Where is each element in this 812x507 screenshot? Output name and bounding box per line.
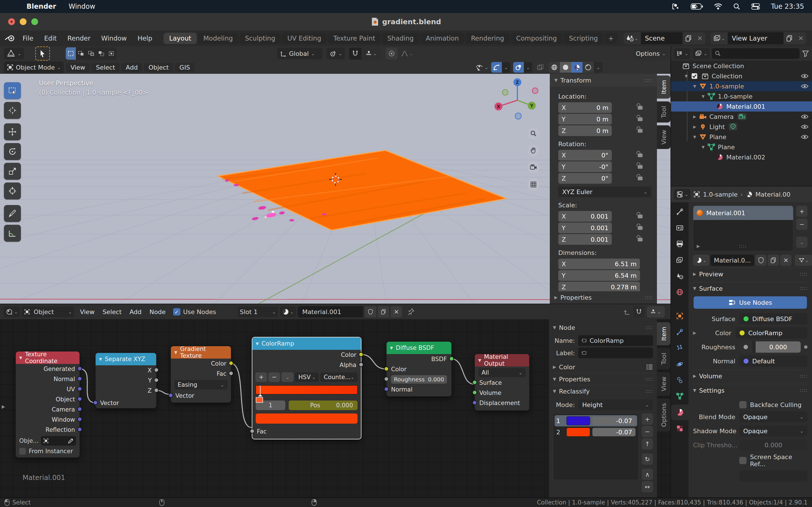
- use-nodes-button[interactable]: Use Nodes: [694, 296, 807, 309]
- input-surface[interactable]: Surface: [475, 378, 529, 388]
- disclosure-down-icon[interactable]: ▼: [691, 135, 699, 139]
- node-header[interactable]: ▼Diffuse BSDF: [387, 342, 451, 354]
- menubar-app-menu[interactable]: Blender: [27, 3, 56, 10]
- blend-mode-dropdown[interactable]: Opaque⌄: [739, 411, 808, 422]
- object-picker-field[interactable]: [41, 436, 76, 446]
- proportional-editing-button[interactable]: [386, 48, 398, 59]
- lock-icon[interactable]: [638, 177, 643, 180]
- camera-data-icon[interactable]: [738, 113, 747, 120]
- socket-window[interactable]: [77, 417, 82, 421]
- menubar-window-menu[interactable]: Window: [68, 3, 95, 10]
- ramp-stop-handle[interactable]: [260, 386, 260, 394]
- lock-icon[interactable]: [638, 238, 643, 241]
- input-volume[interactable]: Volume: [475, 388, 529, 398]
- refraction-field[interactable]: [739, 470, 808, 482]
- socket-color[interactable]: [229, 361, 234, 365]
- workspace-tab-uv-editing[interactable]: UV Editing: [282, 33, 327, 44]
- eye-icon[interactable]: [801, 83, 809, 89]
- output-normal[interactable]: Normal: [16, 374, 80, 384]
- viewport-menu-gis[interactable]: GIS: [175, 63, 195, 72]
- options-dropdown[interactable]: Options⌄: [633, 48, 668, 59]
- output-fac[interactable]: Fac: [171, 369, 231, 379]
- outliner-row-camera[interactable]: ▶Camera: [671, 112, 812, 122]
- disclosure-down-icon[interactable]: ▼: [699, 145, 707, 149]
- viewport-tab-item[interactable]: Item: [657, 75, 670, 99]
- clip-threshold-field[interactable]: 0.000: [739, 439, 808, 451]
- outliner-row-1-0-sample[interactable]: ▼1.0-sample: [671, 91, 812, 101]
- shader-tab-item[interactable]: Item: [657, 322, 670, 345]
- viewport-tab-tool[interactable]: Tool: [657, 101, 670, 122]
- properties-tab-texture[interactable]: [671, 420, 689, 436]
- viewport-tab-view[interactable]: View: [657, 125, 670, 149]
- ortho-toggle-button[interactable]: [527, 178, 540, 191]
- shader-tab-tool[interactable]: Tool: [657, 348, 670, 369]
- from-instancer-checkbox[interactable]: [19, 448, 26, 455]
- outliner-row-material-002[interactable]: Material.002: [671, 152, 812, 162]
- editor-type-button[interactable]: ⌄: [4, 48, 24, 59]
- input-color[interactable]: Color: [387, 364, 451, 374]
- properties-tab-material[interactable]: [671, 404, 689, 420]
- transform-orientation-dropdown[interactable]: Global⌄: [277, 48, 322, 59]
- color-input-field[interactable]: ColorRamp: [735, 327, 808, 339]
- output-bsdf[interactable]: BSDF: [387, 354, 451, 364]
- pin-icon[interactable]: [408, 308, 414, 316]
- socket-camera[interactable]: [77, 407, 82, 411]
- outliner-row-scene-collection[interactable]: Scene Collection: [671, 61, 812, 71]
- lock-icon[interactable]: [638, 226, 643, 230]
- node-color-ramp[interactable]: ▼ColorRamp ColorAlpha + − ⌄ HSV⌄ Counte.…: [252, 337, 361, 439]
- input-vector[interactable]: Vector: [96, 398, 156, 408]
- socket-fac[interactable]: [229, 371, 234, 376]
- shader-menu-view[interactable]: View: [76, 307, 98, 317]
- reclassify-move-button[interactable]: ↑: [642, 438, 653, 450]
- tool-move[interactable]: [4, 123, 21, 140]
- shading-solid-button[interactable]: [560, 62, 571, 73]
- socket-alpha[interactable]: [359, 362, 363, 367]
- color-expand-icon[interactable]: ▶: [693, 330, 700, 335]
- node-diffuse-bsdf[interactable]: ▼Diffuse BSDF BSDF Color Roughness0.000 …: [386, 341, 452, 397]
- mode-dropdown-height[interactable]: Height⌄: [578, 399, 653, 410]
- eye-icon[interactable]: [801, 134, 809, 140]
- reclassify-row-2[interactable]: 2-0.07: [555, 427, 637, 438]
- preview-panel-header[interactable]: ▶Preview∷∷: [693, 268, 808, 280]
- reclassify-add-button[interactable]: +: [642, 413, 653, 425]
- lock-icon[interactable]: [638, 117, 643, 121]
- breadcrumb-material[interactable]: Material.00: [755, 191, 790, 198]
- normal-input-field[interactable]: Default: [739, 355, 808, 367]
- socket-reflection[interactable]: [77, 427, 82, 432]
- shading-material-button[interactable]: [571, 62, 582, 73]
- slot-specials-dropdown[interactable]: ⌄: [796, 237, 808, 248]
- reclassify-list[interactable]: 1-0.072-0.07: [553, 413, 639, 480]
- show-gizmo-dropdown[interactable]: ⌄: [475, 64, 488, 71]
- node-header[interactable]: ▼ColorRamp: [252, 337, 361, 350]
- reclassify-color-swatch[interactable]: [566, 416, 590, 425]
- topbar-menu-edit[interactable]: Edit: [40, 34, 61, 43]
- tool-measure[interactable]: [4, 225, 21, 242]
- camera-view-button[interactable]: [527, 161, 540, 173]
- tool-annotate[interactable]: [4, 205, 21, 222]
- input-roughness[interactable]: Roughness0.000: [387, 374, 451, 385]
- reclassify-value-field[interactable]: -0.07: [592, 416, 636, 425]
- roughness-slider[interactable]: 0.000: [739, 341, 801, 353]
- settings-panel-header[interactable]: ▼Settings∷∷: [693, 384, 808, 397]
- tool-transform[interactable]: [4, 182, 21, 200]
- animate-dot-icon[interactable]: [804, 345, 808, 349]
- socket-normal[interactable]: [77, 376, 82, 381]
- reclassify-curve-button[interactable]: ∧: [642, 469, 653, 480]
- active-tool-button[interactable]: [35, 47, 50, 61]
- output-reflection[interactable]: Reflection: [16, 425, 80, 435]
- scene-unlink-button[interactable]: ✕: [695, 33, 705, 44]
- breadcrumb-object[interactable]: 1.0-sample: [703, 191, 738, 198]
- transform-scale-z-field[interactable]: Z0.001: [558, 234, 612, 245]
- output-alpha[interactable]: Alpha: [252, 360, 361, 370]
- topbar-menu-render[interactable]: Render: [63, 34, 94, 43]
- transform-rotation-z-field[interactable]: Z0°: [558, 173, 612, 184]
- slot-list-expand-icon[interactable]: ▶: [697, 244, 700, 249]
- unlink-material-button[interactable]: ✕: [780, 255, 792, 266]
- shader-tab-options[interactable]: Options: [657, 399, 670, 432]
- shading-dropdown[interactable]: ⌄: [594, 62, 603, 73]
- properties-tab-physics[interactable]: [671, 356, 689, 372]
- ramp-specials-dropdown[interactable]: ⌄: [282, 372, 294, 382]
- ramp-stop-swatch[interactable]: [256, 397, 263, 403]
- properties-tab-output[interactable]: [671, 236, 689, 252]
- transform-rotation-y-field[interactable]: Y-0°: [558, 161, 612, 172]
